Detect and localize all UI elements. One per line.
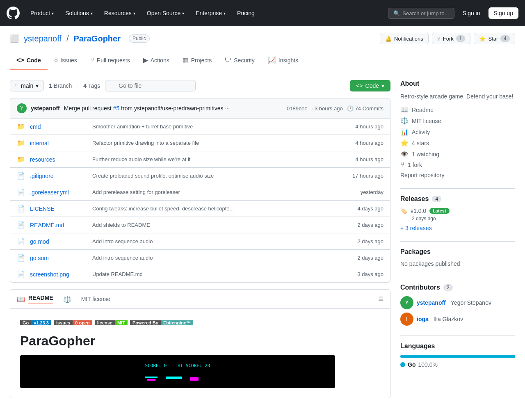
sidebar-forks-link[interactable]: ⑂ 1 fork	[400, 161, 515, 169]
github-logo[interactable]	[7, 7, 20, 20]
main-content: ⑂ main ▾ 1 Branch · 4 Tags 🔍 <>	[0, 70, 525, 408]
tab-insights[interactable]: 📈 Insights	[261, 51, 305, 70]
more-releases-link[interactable]: + 3 releases	[400, 225, 515, 231]
file-name-link[interactable]: README.md	[30, 222, 87, 228]
file-table: 📁 cmd Smoother animation + turret base p…	[10, 119, 390, 283]
signin-button[interactable]: Sign in	[458, 7, 485, 19]
file-name-link[interactable]: screenshot.png	[30, 271, 87, 278]
notifications-button[interactable]: 🔔 Notifications	[380, 33, 429, 44]
insights-icon: 📈	[268, 56, 276, 64]
search-file-input[interactable]	[105, 80, 196, 91]
file-name-link[interactable]: cmd	[30, 123, 87, 130]
commit-row: Y ystepanoff Merge pull request #5 from …	[10, 98, 390, 119]
commit-message: Merge pull request #5 from ystepanoff/us…	[64, 105, 283, 112]
file-commit-msg: Smoother animation + turret base primiti…	[92, 123, 338, 130]
contributor-fullname: Ilia Glazkov	[434, 316, 463, 322]
sidebar-readme-link[interactable]: 📖 Readme	[400, 106, 515, 114]
table-row: 📄 screenshot.png Update README.md 3 days…	[10, 266, 390, 282]
contributor-avatar: Y	[400, 296, 413, 309]
repo-name-link[interactable]: ParaGopher	[74, 34, 121, 43]
readme-header: 📖 README ⚖️ MIT license ☰	[10, 290, 390, 309]
tab-actions[interactable]: ▶ Actions	[137, 51, 176, 70]
tab-pull-requests[interactable]: ⑂ Pull requests	[84, 51, 137, 70]
about-description: Retro-style arcade game. Defend your bas…	[400, 92, 515, 101]
tab-security[interactable]: 🛡 Security	[218, 51, 261, 70]
packages-title: Packages	[400, 248, 515, 256]
contributors-count: 2	[443, 284, 453, 291]
nav-solutions[interactable]: Solutions ▾	[61, 7, 97, 19]
file-name-link[interactable]: .gitignore	[30, 173, 87, 179]
repo-owner-link[interactable]: ystepanoff	[24, 34, 62, 43]
file-time: 2 days ago	[342, 222, 383, 228]
branch-count-link[interactable]: 1 Branch	[49, 82, 72, 89]
commit-author-avatar: Y	[17, 103, 27, 113]
sidebar-license-link[interactable]: ⚖️ MIT license	[400, 117, 515, 125]
readme-tab[interactable]: README	[28, 294, 53, 304]
tag-icon: 🏷️	[400, 208, 407, 214]
language-name: Go	[408, 361, 415, 368]
signup-button[interactable]: Sign up	[488, 7, 518, 19]
file-commit-msg: Refactor primitive drawing into a separa…	[92, 140, 338, 146]
file-name-link[interactable]: .goreleaser.yml	[30, 189, 87, 196]
nav-pricing[interactable]: Pricing	[233, 7, 259, 19]
commit-count-link[interactable]: 🕐 74 Commits	[347, 105, 383, 112]
sidebar-stars-link[interactable]: ⭐ 4 stars	[400, 139, 515, 147]
tab-projects[interactable]: ▦ Projects	[176, 51, 219, 70]
star-button[interactable]: ⭐ Star 4	[474, 33, 515, 44]
search-icon: 🔍	[393, 10, 400, 16]
file-name-link[interactable]: go.sum	[30, 255, 87, 261]
commit-time: · 3 hours ago	[312, 105, 343, 112]
fork-icon: ⑂	[437, 36, 441, 42]
release-item: 🏷️ v1.0.0 Latest	[400, 208, 515, 214]
sidebar-activity-link[interactable]: 📊 Activity	[400, 128, 515, 136]
tab-issues[interactable]: ○ Issues	[48, 51, 84, 70]
file-name-link[interactable]: internal	[30, 140, 87, 146]
sidebar-divider-4	[400, 336, 515, 336]
folder-icon: 📁	[17, 123, 25, 130]
code-button[interactable]: <> Code ▾	[350, 80, 390, 91]
file-commit-msg: Add intro sequence audio	[92, 255, 338, 261]
table-row: 📁 cmd Smoother animation + turret base p…	[10, 119, 390, 135]
nav-resources[interactable]: Resources ▾	[100, 7, 139, 19]
file-name-link[interactable]: resources	[30, 156, 87, 163]
chevron-down-icon: ▾	[381, 82, 384, 89]
languages-title: Languages	[400, 342, 515, 350]
packages-section: Packages No packages published	[400, 248, 515, 267]
file-time: 4 days ago	[342, 205, 383, 212]
tags-count-link[interactable]: 4 Tags	[83, 82, 100, 89]
file-name-link[interactable]: LICENSE	[30, 205, 87, 212]
about-title: About	[400, 80, 515, 87]
scales-icon: ⚖️	[400, 117, 409, 125]
readme-screenshot: SCORE: 0 HI-SCORE: 23	[20, 355, 335, 388]
tab-code[interactable]: <> Code	[10, 51, 48, 70]
code-btn-icon: <>	[356, 82, 363, 89]
branch-icon: ⑂	[15, 82, 18, 89]
contributor-username-link[interactable]: ioga	[417, 316, 429, 322]
contributor-username-link[interactable]: ystepanoff	[417, 299, 446, 306]
file-commit-msg: Config tweaks: increase bullet speed, de…	[92, 205, 338, 212]
chevron-down-icon: ▾	[52, 11, 54, 16]
sidebar-watching-link[interactable]: 👁️ 1 watching	[400, 150, 515, 158]
file-time: 2 days ago	[342, 255, 383, 261]
license-tab[interactable]: MIT license	[81, 296, 110, 302]
report-repository-link[interactable]: Report repository	[400, 172, 444, 178]
no-packages-text: No packages published	[400, 260, 515, 267]
branch-selector[interactable]: ⑂ main ▾	[10, 80, 44, 91]
star-icon: ⭐	[400, 139, 409, 147]
badge-go: Gov1.23.3	[20, 319, 51, 327]
file-name-link[interactable]: go.mod	[30, 238, 87, 245]
language-pct: 100.0%	[418, 361, 437, 368]
nav-product[interactable]: Product ▾	[26, 7, 58, 19]
contributor-item: Y ystepanoff Yegor Stepanov	[400, 296, 515, 309]
repo-main: ⑂ main ▾ 1 Branch · 4 Tags 🔍 <>	[10, 80, 390, 398]
commit-pr-link[interactable]: #5	[113, 105, 120, 112]
search-button[interactable]: 🔍 Search or jump to...	[388, 8, 454, 19]
file-icon: 📄	[17, 237, 25, 245]
readme-menu-icon[interactable]: ☰	[378, 296, 383, 302]
folder-icon: 📁	[17, 139, 25, 147]
badge-row: Gov1.23.3 issues0 open licenseMIT Powere…	[20, 319, 380, 327]
nav-enterprise[interactable]: Enterprise ▾	[192, 7, 230, 19]
fork-button[interactable]: ⑂ Fork 1	[432, 33, 471, 44]
nav-open-source[interactable]: Open Source ▾	[143, 7, 189, 19]
latest-badge: Latest	[429, 208, 449, 214]
